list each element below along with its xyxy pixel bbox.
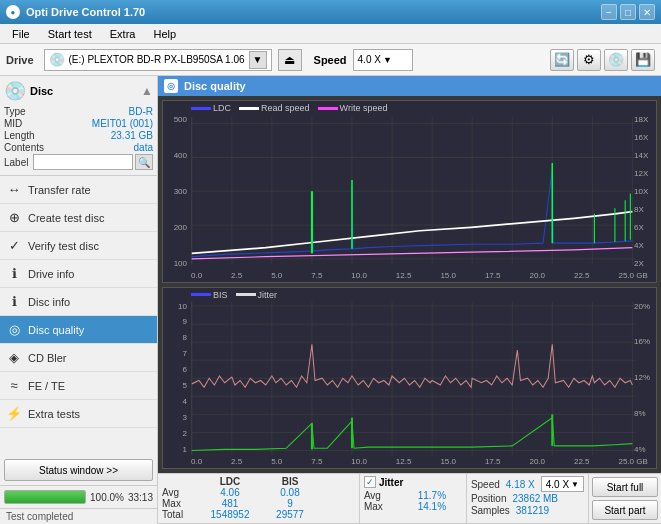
action-buttons: Start full Start part bbox=[588, 474, 661, 523]
start-part-button[interactable]: Start part bbox=[592, 500, 658, 520]
disc-label-key: Label bbox=[4, 157, 28, 168]
menu-help[interactable]: Help bbox=[145, 26, 184, 42]
speed-key: Speed bbox=[471, 479, 500, 490]
position-val: 23862 MB bbox=[512, 493, 558, 504]
total-ldc: 1548952 bbox=[200, 509, 260, 520]
speed-info: Speed 4.18 X 4.0 X ▼ Position 23862 MB S… bbox=[466, 474, 588, 523]
progress-section: 100.0% 33:13 bbox=[0, 485, 157, 508]
samples-val: 381219 bbox=[516, 505, 549, 516]
time-text: 33:13 bbox=[128, 492, 153, 503]
progress-bar-fill bbox=[5, 491, 85, 503]
nav-disc-quality-label: Disc quality bbox=[28, 324, 84, 336]
disc-quality-title: Disc quality bbox=[184, 80, 246, 92]
top-chart-legend: LDC Read speed Write speed bbox=[191, 103, 387, 113]
app-title: Opti Drive Control 1.70 bbox=[26, 6, 145, 18]
menu-start-test[interactable]: Start test bbox=[40, 26, 100, 42]
jitter-legend: Jitter bbox=[258, 290, 278, 300]
drive-bar: Drive 💿 (E:) PLEXTOR BD-R PX-LB950SA 1.0… bbox=[0, 44, 661, 76]
nav-cd-bler[interactable]: ◈ CD Bler bbox=[0, 344, 157, 372]
disc-length-val: 23.31 GB bbox=[111, 130, 153, 141]
nav-fe-te-label: FE / TE bbox=[28, 380, 65, 392]
nav-transfer-rate[interactable]: ↔ Transfer rate bbox=[0, 176, 157, 204]
speed-label: Speed bbox=[314, 54, 347, 66]
disc-button[interactable]: 💿 bbox=[604, 49, 628, 71]
jitter-label: Jitter bbox=[379, 477, 403, 488]
nav-disc-info[interactable]: ℹ Disc info bbox=[0, 288, 157, 316]
nav-drive-info-label: Drive info bbox=[28, 268, 74, 280]
nav-cd-bler-label: CD Bler bbox=[28, 352, 67, 364]
avg-label: Avg bbox=[162, 487, 200, 498]
top-chart-x-labels: 0.02.55.07.510.012.515.017.520.022.525.0… bbox=[191, 271, 648, 280]
disc-panel: 💿 Disc ▲ Type BD-R MID MEIT01 (001) Leng… bbox=[0, 76, 157, 176]
ldc-legend: LDC bbox=[213, 103, 231, 113]
avg-ldc: 4.06 bbox=[200, 487, 260, 498]
bottom-chart: BIS Jitter 10987654321 20%16%12%8%4% bbox=[162, 287, 657, 470]
status-text: Test completed bbox=[6, 511, 73, 522]
disc-info-icon: ℹ bbox=[6, 294, 22, 309]
verify-test-disc-icon: ✓ bbox=[6, 238, 22, 253]
progress-text: 100.0% bbox=[90, 492, 124, 503]
position-key: Position bbox=[471, 493, 507, 504]
nav-drive-info[interactable]: ℹ Drive info bbox=[0, 260, 157, 288]
disc-mid-key: MID bbox=[4, 118, 22, 129]
save-button[interactable]: 💾 bbox=[631, 49, 655, 71]
disc-length-key: Length bbox=[4, 130, 35, 141]
fe-te-icon: ≈ bbox=[6, 378, 22, 393]
samples-key: Samples bbox=[471, 505, 510, 516]
minimize-button[interactable]: − bbox=[601, 4, 617, 20]
speed-dropdown[interactable]: 4.0 X ▼ bbox=[541, 476, 584, 492]
nav-fe-te[interactable]: ≈ FE / TE bbox=[0, 372, 157, 400]
cd-bler-icon: ◈ bbox=[6, 350, 22, 365]
close-button[interactable]: ✕ bbox=[639, 4, 655, 20]
transfer-rate-icon: ↔ bbox=[6, 182, 22, 197]
drive-dropdown-btn[interactable]: ▼ bbox=[249, 51, 267, 69]
menu-bar: File Start test Extra Help bbox=[0, 24, 661, 44]
disc-contents-val: data bbox=[134, 142, 153, 153]
disc-label-btn[interactable]: 🔍 bbox=[135, 154, 153, 170]
status-window-button[interactable]: Status window >> bbox=[4, 459, 153, 481]
title-bar: ● Opti Drive Control 1.70 − □ ✕ bbox=[0, 0, 661, 24]
menu-extra[interactable]: Extra bbox=[102, 26, 144, 42]
disc-quality-header-icon: ◎ bbox=[164, 79, 178, 93]
disc-section-expand[interactable]: ▲ bbox=[141, 84, 153, 98]
disc-quality-header: ◎ Disc quality bbox=[158, 76, 661, 96]
refresh-button[interactable]: 🔄 bbox=[550, 49, 574, 71]
avg-bis: 0.08 bbox=[260, 487, 320, 498]
drive-selector[interactable]: 💿 (E:) PLEXTOR BD-R PX-LB950SA 1.06 ▼ bbox=[44, 49, 272, 71]
settings-button[interactable]: ⚙ bbox=[577, 49, 601, 71]
total-label: Total bbox=[162, 509, 200, 520]
nav-transfer-rate-label: Transfer rate bbox=[28, 184, 91, 196]
eject-button[interactable]: ⏏ bbox=[278, 49, 302, 71]
nav-disc-quality[interactable]: ◎ Disc quality bbox=[0, 316, 157, 344]
nav-extra-tests[interactable]: ⚡ Extra tests bbox=[0, 400, 157, 428]
bottom-chart-svg bbox=[163, 288, 656, 469]
stats-row: LDC BIS Avg 4.06 0.08 Max 481 9 Total bbox=[158, 474, 661, 524]
disc-mid-val: MEIT01 (001) bbox=[92, 118, 153, 129]
create-test-disc-icon: ⊕ bbox=[6, 210, 22, 225]
menu-file[interactable]: File bbox=[4, 26, 38, 42]
read-speed-legend: Read speed bbox=[261, 103, 310, 113]
jitter-avg-label: Avg bbox=[364, 490, 402, 501]
top-chart-svg bbox=[163, 101, 656, 282]
jitter-max-label: Max bbox=[364, 501, 402, 512]
disc-quality-icon: ◎ bbox=[6, 322, 22, 337]
stats-table: LDC BIS Avg 4.06 0.08 Max 481 9 Total bbox=[158, 474, 359, 523]
start-full-button[interactable]: Start full bbox=[592, 477, 658, 497]
chart-container: LDC Read speed Write speed 5004003002001… bbox=[158, 96, 661, 473]
bis-legend: BIS bbox=[213, 290, 228, 300]
maximize-button[interactable]: □ bbox=[620, 4, 636, 20]
jitter-max-val: 14.1% bbox=[402, 501, 462, 512]
app-icon: ● bbox=[6, 5, 20, 19]
bottom-chart-legend: BIS Jitter bbox=[191, 290, 277, 300]
nav-create-test-disc-label: Create test disc bbox=[28, 212, 104, 224]
nav-verify-test-disc[interactable]: ✓ Verify test disc bbox=[0, 232, 157, 260]
disc-label-input[interactable] bbox=[33, 154, 133, 170]
speed-selector[interactable]: 4.0 X ▼ bbox=[353, 49, 413, 71]
nav-create-test-disc[interactable]: ⊕ Create test disc bbox=[0, 204, 157, 232]
max-label: Max bbox=[162, 498, 200, 509]
speed-actual-val: 4.18 X bbox=[506, 479, 535, 490]
jitter-checkbox[interactable]: ✓ bbox=[364, 476, 376, 488]
drive-label: Drive bbox=[6, 54, 34, 66]
drive-text: (E:) PLEXTOR BD-R PX-LB950SA 1.06 bbox=[69, 54, 245, 65]
write-speed-legend: Write speed bbox=[340, 103, 388, 113]
